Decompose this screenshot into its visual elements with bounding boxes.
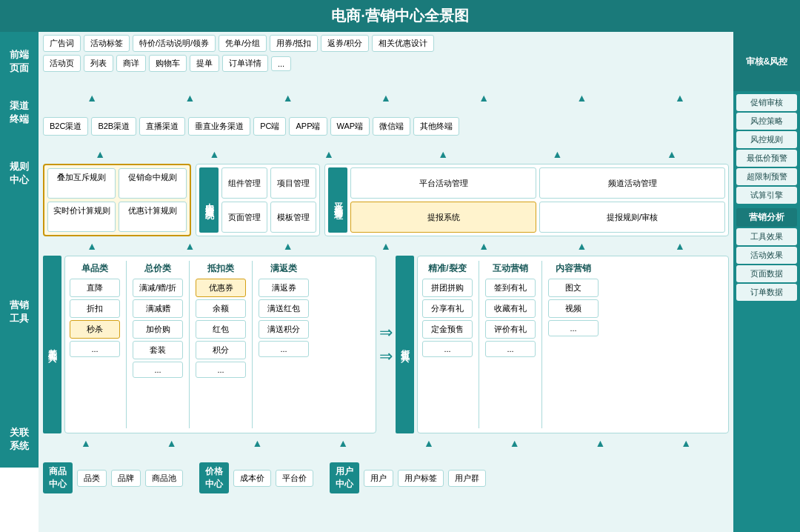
platform-grid: 平台活动管理 频道活动管理 提报系统 提报规则/审核	[350, 167, 725, 233]
arrow-right-1: ⇒	[379, 323, 393, 342]
right-promo-audit: 促销审核	[736, 94, 797, 111]
ch-other: 其他终端	[413, 117, 459, 136]
arrow-up-15: ▲	[184, 240, 195, 252]
rel-cost: 成本价	[233, 470, 271, 487]
arrow-up-9: ▲	[210, 148, 220, 160]
derived-tools-container: 精准/裂变 拼团拼购 分享有礼 定金预售 ... 互动营销 签到有	[417, 256, 729, 433]
rel-user-group: 用户群	[448, 470, 486, 487]
item-flash-sale: 秒杀	[70, 320, 120, 339]
arrow-up-5: ▲	[479, 92, 489, 104]
rel-category: 品类	[77, 470, 107, 487]
category-interactive: 互动营销 签到有礼 收藏有礼 评价有礼 ...	[485, 261, 536, 428]
fe-item-tag: 活动标签	[84, 35, 130, 52]
divider-5	[541, 261, 542, 428]
platform-block: 平台活动管理 平台活动管理 频道活动管理 提报系统 提报规则/审核	[324, 164, 729, 236]
cms-project: 项目管理	[270, 167, 316, 199]
arrow-up-25: ▲	[424, 437, 434, 449]
item-return-coupon: 满返券	[259, 279, 309, 297]
item-points: 积分	[196, 341, 246, 359]
right-order-data: 订单数据	[736, 284, 797, 301]
arrow-up-2: ▲	[184, 92, 195, 104]
content-area: 前端页面 渠道终端 规则中心 营销工具 关联系统 广告词 活动标签 特价/活动说…	[0, 32, 800, 532]
arrow-up-18: ▲	[479, 240, 489, 252]
fe-item-order: 提单	[190, 55, 219, 72]
item-deduct-more: ...	[196, 362, 246, 378]
right-trial: 试算引擎	[736, 187, 797, 204]
arrow-up-14: ▲	[87, 240, 97, 252]
rel-platform-price: 平台价	[276, 470, 313, 487]
divider-3	[252, 261, 253, 428]
ch-b2c: B2C渠道	[43, 117, 88, 136]
ch-vertical: 垂直业务渠道	[188, 117, 250, 136]
right-page-data: 页面数据	[736, 265, 797, 282]
ch-b2b: B2B渠道	[91, 117, 136, 136]
arrow-up-20: ▲	[675, 240, 685, 252]
arrow-up-21: ▲	[81, 437, 91, 449]
cms-grid: 组件管理 项目管理 页面管理 模板管理	[221, 167, 316, 233]
fe-item-activity: 活动页	[43, 55, 81, 72]
rel-brand: 品牌	[111, 470, 141, 487]
cat-precise-items: 拼团拼购 分享有礼 定金预售 ...	[422, 279, 473, 428]
cms-page: 页面管理	[221, 202, 267, 233]
user-center-label: 用户中心	[330, 462, 359, 493]
frontend-bottom-row: 活动页 列表 商详 购物车 提单 订单详情 ...	[43, 55, 729, 72]
item-share-gift: 分享有礼	[422, 299, 473, 318]
rel-user-tag: 用户标签	[398, 470, 444, 487]
cat-interactive-items: 签到有礼 收藏有礼 评价有礼 ...	[485, 279, 536, 428]
label-channel: 渠道终端	[0, 91, 39, 134]
item-discount: 折扣	[70, 299, 120, 318]
rel-pool: 商品池	[145, 470, 183, 487]
item-return-points: 满送积分	[259, 320, 309, 339]
right-sidebar: 审核&风控 促销审核 风控策略 风控规则 最低价预警 超限制预警 试算引擎 营销…	[733, 32, 800, 532]
item-coupon: 优惠券	[196, 279, 246, 297]
fe-item-detail: 商详	[116, 55, 146, 72]
item-deposit: 定金预售	[422, 320, 473, 339]
ch-app: APP端	[289, 117, 327, 136]
fe-item-coupon: 凭单/分组	[219, 35, 267, 52]
ch-wap: WAP端	[330, 117, 370, 136]
arrow-up-16: ▲	[283, 240, 293, 252]
item-redpacket: 红包	[196, 320, 246, 339]
cat-return-title: 满返类	[259, 261, 309, 276]
item-interactive-more: ...	[485, 341, 536, 357]
fe-item-more: ...	[271, 56, 291, 71]
arrow-up-23: ▲	[252, 437, 262, 449]
related-row: 商品中心 品类 品牌 商品池 价格中心 成本价 平台价 用户中心 用户 用户标签…	[39, 450, 733, 506]
item-video: 视频	[548, 299, 599, 318]
item-review: 评价有礼	[485, 320, 536, 339]
goods-center-label: 商品中心	[43, 462, 73, 493]
cat-single-title: 单品类	[70, 261, 120, 276]
arrow-up-8: ▲	[95, 148, 105, 160]
category-return: 满返类 满返券 满送红包 满送积分 ...	[259, 261, 309, 428]
rules-row: 叠加互斥规则 促销命中规则 实时价计算规则 优惠计算规则 内容管理系统 组件管理…	[39, 161, 733, 239]
platform-report: 提报系统	[350, 202, 536, 233]
derived-tools-label: 衍生工具	[396, 256, 414, 433]
label-rules: 规则中心	[0, 134, 39, 213]
item-return-more: ...	[259, 341, 309, 357]
divider-2	[189, 261, 190, 428]
center-area: 广告词 活动标签 特价/活动说明/领券 凭单/分组 用券/抵扣 返券/积分 相关…	[39, 32, 733, 532]
label-marketing: 营销工具	[0, 213, 39, 411]
label-frontend: 前端页面	[0, 32, 39, 91]
cat-content-items: 图文 视频 ...	[548, 279, 599, 428]
category-deduct: 抵扣类 优惠券 余额 红包 积分 ...	[196, 261, 246, 428]
right-activity-effect: 活动效果	[736, 247, 797, 264]
ch-wechat: 微信端	[373, 117, 410, 136]
right-top-header: 审核&风控	[733, 32, 800, 91]
arrow-up-28: ▲	[681, 437, 691, 449]
arrow-up-26: ▲	[510, 437, 520, 449]
cms-block: 内容管理系统 组件管理 项目管理 页面管理 模板管理	[196, 164, 320, 236]
item-return-packet: 满送红包	[259, 299, 309, 318]
arrow-up-17: ▲	[381, 240, 391, 252]
ch-live: 直播渠道	[139, 117, 185, 136]
derived-arrow-section: ⇒ ⇒	[379, 256, 393, 433]
arrow-up-22: ▲	[167, 437, 177, 449]
cms-component: 组件管理	[221, 167, 267, 199]
right-min-price: 最低价预警	[736, 150, 797, 167]
item-single-more: ...	[70, 341, 120, 357]
category-precise: 精准/裂变 拼团拼购 分享有礼 定金预售 ...	[422, 261, 473, 428]
label-related: 关联系统	[0, 411, 39, 468]
item-group-buy: 拼团拼购	[422, 279, 473, 297]
item-full-reduce: 满减/赠/折	[133, 279, 183, 297]
platform-channel: 频道活动管理	[539, 167, 725, 199]
